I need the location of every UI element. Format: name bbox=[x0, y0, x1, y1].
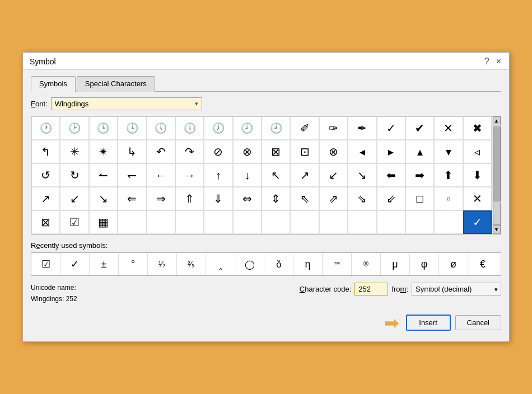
symbol-cell[interactable]: ▾ bbox=[434, 140, 463, 163]
symbol-cell[interactable]: 🕓 bbox=[118, 116, 146, 140]
symbol-cell[interactable]: ⊘ bbox=[204, 140, 232, 163]
symbol-cell[interactable] bbox=[348, 210, 376, 234]
symbol-cell[interactable] bbox=[319, 210, 348, 234]
symbol-cell[interactable]: ⇔ bbox=[233, 187, 262, 210]
recent-symbol[interactable]: ± bbox=[90, 253, 119, 275]
symbol-cell[interactable]: ↘ bbox=[348, 163, 376, 187]
symbol-cell[interactable]: ← bbox=[147, 163, 175, 187]
symbol-cell[interactable]: ✖ bbox=[463, 116, 492, 140]
recent-symbol[interactable]: ◯ bbox=[235, 253, 264, 275]
symbol-cell[interactable]: ⬆ bbox=[434, 163, 463, 187]
close-button[interactable]: × bbox=[495, 57, 502, 66]
symbol-cell[interactable]: 🕒 bbox=[89, 116, 118, 140]
scrollbar-thumb[interactable] bbox=[493, 126, 501, 201]
symbol-cell[interactable]: ↽ bbox=[118, 163, 146, 187]
symbol-cell[interactable]: ☑ bbox=[60, 210, 88, 234]
symbol-cell[interactable]: ⇘ bbox=[348, 187, 376, 210]
symbol-cell[interactable]: ✐ bbox=[290, 116, 319, 140]
symbol-cell[interactable]: ↳ bbox=[118, 140, 146, 163]
symbol-cell[interactable]: ↑ bbox=[204, 163, 232, 187]
symbol-cell[interactable]: ▫ bbox=[434, 187, 463, 210]
symbol-cell[interactable] bbox=[118, 210, 146, 234]
symbol-cell[interactable]: ⊡ bbox=[290, 140, 319, 163]
symbol-cell[interactable]: ⊗ bbox=[319, 140, 348, 163]
symbol-cell[interactable]: 🕔 bbox=[147, 116, 175, 140]
symbol-cell[interactable]: ↙ bbox=[319, 163, 348, 187]
symbol-cell[interactable]: ▦ bbox=[89, 210, 118, 234]
symbol-cell[interactable]: ⊠ bbox=[31, 210, 60, 234]
symbol-cell[interactable]: 🕕 bbox=[175, 116, 204, 140]
symbol-cell[interactable] bbox=[377, 210, 405, 234]
symbol-cell[interactable]: ↗ bbox=[290, 163, 319, 187]
cancel-button[interactable]: Cancel bbox=[455, 315, 501, 330]
symbol-cell[interactable] bbox=[434, 210, 463, 234]
symbol-cell[interactable] bbox=[290, 210, 319, 234]
symbol-cell[interactable] bbox=[147, 210, 175, 234]
symbol-cell[interactable]: ⇐ bbox=[118, 187, 146, 210]
scrollbar-down-btn[interactable]: ▼ bbox=[493, 225, 501, 234]
scrollbar-up-btn[interactable]: ▲ bbox=[493, 116, 501, 125]
tab-symbols[interactable]: Symbols bbox=[31, 76, 76, 92]
symbol-cell[interactable]: ⇕ bbox=[262, 187, 290, 210]
symbol-cell[interactable]: ⊠ bbox=[262, 140, 290, 163]
symbol-cell[interactable]: 🕐 bbox=[31, 116, 60, 140]
recent-symbol[interactable]: ¹⁄₇ bbox=[148, 253, 177, 275]
symbol-cell[interactable]: ↷ bbox=[175, 140, 204, 163]
recent-symbol[interactable]: μ bbox=[381, 253, 410, 275]
symbol-cell[interactable] bbox=[204, 210, 232, 234]
recent-symbol[interactable]: € bbox=[468, 253, 497, 275]
symbol-cell[interactable]: ✑ bbox=[319, 116, 348, 140]
symbol-cell[interactable]: ↰ bbox=[31, 140, 60, 163]
symbol-cell[interactable]: ↺ bbox=[31, 163, 60, 187]
recent-symbol[interactable]: ²⁄₅ bbox=[177, 253, 206, 275]
symbol-cell[interactable]: ⇓ bbox=[204, 187, 232, 210]
symbol-cell[interactable]: ◂ bbox=[348, 140, 376, 163]
from-select-wrapper[interactable]: Symbol (decimal) Unicode (hex) ASCII (de… bbox=[412, 283, 501, 296]
tab-special-characters[interactable]: Special Characters bbox=[77, 76, 155, 92]
recent-symbol[interactable]: ™ bbox=[323, 253, 352, 275]
from-select[interactable]: Symbol (decimal) Unicode (hex) ASCII (de… bbox=[412, 283, 501, 296]
symbol-cell[interactable]: 🕗 bbox=[233, 116, 262, 140]
recent-symbol[interactable]: ® bbox=[352, 253, 381, 275]
recent-symbol[interactable]: ‸ bbox=[206, 253, 235, 275]
symbol-cell[interactable]: ✳ bbox=[60, 140, 88, 163]
char-code-input[interactable] bbox=[354, 283, 388, 296]
symbol-cell[interactable]: ⬇ bbox=[463, 163, 492, 187]
symbol-cell[interactable]: ↻ bbox=[60, 163, 88, 187]
symbol-cell[interactable]: ↖ bbox=[262, 163, 290, 187]
symbol-cell[interactable]: 🕘 bbox=[262, 116, 290, 140]
recent-symbol[interactable]: ȍ bbox=[264, 253, 293, 275]
symbol-cell-selected[interactable]: ✓ bbox=[463, 210, 492, 234]
recent-symbol[interactable]: ☑ bbox=[31, 253, 60, 275]
symbol-cell[interactable]: ✒ bbox=[348, 116, 376, 140]
font-select[interactable]: Wingdings Arial Times New Roman Symbol W… bbox=[55, 100, 195, 108]
symbol-cell[interactable]: 🕖 bbox=[204, 116, 232, 140]
symbol-cell[interactable]: ⬅ bbox=[377, 163, 405, 187]
recent-symbol[interactable]: ° bbox=[119, 253, 148, 275]
symbol-cell[interactable]: ✕ bbox=[463, 187, 492, 210]
symbol-cell[interactable]: ⇗ bbox=[319, 187, 348, 210]
symbol-cell[interactable]: ↙ bbox=[60, 187, 88, 210]
symbol-cell[interactable] bbox=[175, 210, 204, 234]
recent-symbol[interactable]: φ bbox=[410, 253, 439, 275]
symbol-cell[interactable]: ↓ bbox=[233, 163, 262, 187]
symbol-cell[interactable]: ↗ bbox=[31, 187, 60, 210]
symbol-cell[interactable] bbox=[405, 210, 434, 234]
symbol-cell[interactable]: ⇑ bbox=[175, 187, 204, 210]
scrollbar[interactable]: ▲ ▼ bbox=[492, 116, 501, 234]
symbol-cell[interactable]: ⊗ bbox=[233, 140, 262, 163]
symbol-cell[interactable]: ↼ bbox=[89, 163, 118, 187]
symbol-cell[interactable] bbox=[262, 210, 290, 234]
recent-symbol[interactable]: ✓ bbox=[60, 253, 90, 275]
help-button[interactable]: ? bbox=[483, 57, 491, 66]
symbol-cell[interactable]: ✓ bbox=[377, 116, 405, 140]
insert-button[interactable]: Insert bbox=[406, 315, 451, 331]
symbol-cell[interactable]: ✔ bbox=[405, 116, 434, 140]
symbol-cell[interactable]: ⇙ bbox=[377, 187, 405, 210]
symbol-cell[interactable]: ◃ bbox=[463, 140, 492, 163]
recent-symbol[interactable]: η bbox=[293, 253, 323, 275]
symbol-cell[interactable]: ✴ bbox=[89, 140, 118, 163]
symbol-cell[interactable]: ⇒ bbox=[147, 187, 175, 210]
symbol-cell[interactable]: ↶ bbox=[147, 140, 175, 163]
symbol-cell[interactable] bbox=[233, 210, 262, 234]
